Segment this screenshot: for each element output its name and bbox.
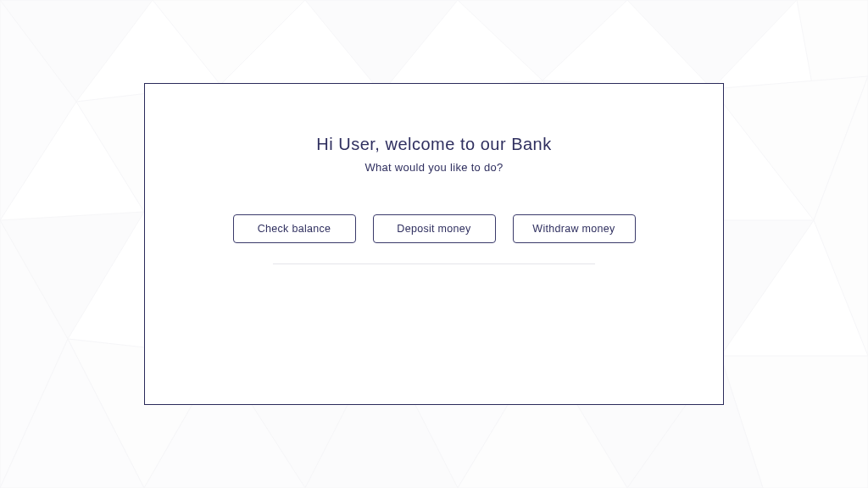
svg-marker-1 [153,0,305,85]
svg-marker-4 [627,0,797,89]
svg-marker-3 [458,0,627,80]
prompt-subheading: What would you like to do? [145,161,723,174]
welcome-heading: Hi User, welcome to our Bank [145,135,723,154]
withdraw-money-button[interactable]: Withdraw money [513,214,636,243]
deposit-money-button[interactable]: Deposit money [373,214,496,243]
action-button-row: Check balance Deposit money Withdraw mon… [145,214,723,243]
divider [273,263,595,264]
svg-marker-2 [305,0,458,93]
check-balance-button[interactable]: Check balance [233,214,356,243]
main-card: Hi User, welcome to our Bank What would … [144,83,724,405]
